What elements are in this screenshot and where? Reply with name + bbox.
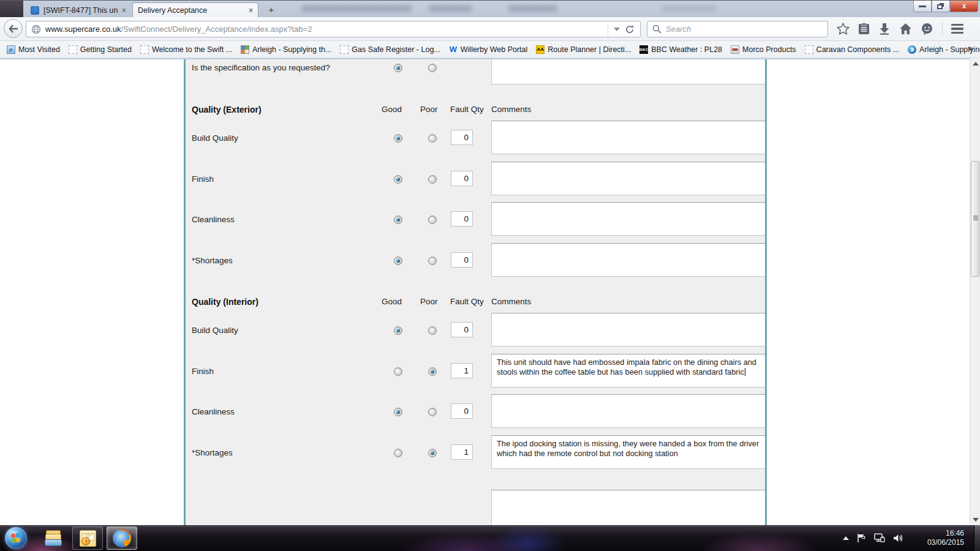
bookmarks-overflow-chevron[interactable]: » <box>968 44 973 53</box>
search-input[interactable]: Search <box>647 21 828 37</box>
bookmark-item[interactable]: ⌕ Most Visited <box>4 44 63 55</box>
vertical-scrollbar[interactable] <box>970 58 980 525</box>
row-label: Build Quality <box>192 133 238 143</box>
good-radio[interactable] <box>394 367 402 376</box>
good-radio[interactable] <box>394 134 402 143</box>
menu-icon[interactable] <box>951 24 963 34</box>
comment-textarea[interactable] <box>491 394 766 428</box>
home-icon[interactable] <box>899 23 912 35</box>
tab-close-icon[interactable]: × <box>122 6 126 15</box>
comment-textarea[interactable]: This unit should have had embossed impal… <box>491 354 766 388</box>
bookmark-star-icon[interactable] <box>837 23 850 35</box>
bookmark-item[interactable]: W Willerby Web Portal <box>446 44 531 55</box>
good-radio[interactable] <box>394 326 402 335</box>
comment-textarea[interactable]: The ipod docking station is missing, the… <box>491 435 766 469</box>
volume-icon[interactable] <box>893 533 903 543</box>
show-hidden-icons-button[interactable] <box>843 536 849 540</box>
back-button[interactable] <box>4 19 23 38</box>
comment-textarea[interactable] <box>491 490 766 525</box>
reading-list-icon[interactable] <box>858 23 870 35</box>
taskbar-explorer-button[interactable] <box>38 527 69 550</box>
good-radio[interactable] <box>394 175 402 184</box>
poor-radio[interactable] <box>428 326 437 335</box>
bookmark-item[interactable]: BBC BBC Weather : PL28 <box>636 44 725 55</box>
poor-radio[interactable] <box>428 64 437 72</box>
network-icon[interactable] <box>874 533 885 543</box>
fault-qty-input[interactable] <box>451 444 473 460</box>
comment-textarea[interactable] <box>491 121 766 154</box>
poor-radio[interactable] <box>428 257 437 265</box>
good-radio[interactable] <box>394 257 402 265</box>
jira-icon <box>31 6 39 15</box>
arleigh-icon <box>241 45 249 54</box>
row-label: Cleanliness <box>192 215 235 224</box>
url-bar[interactable]: www.supercare.co.uk/SwiftConnect/Deliver… <box>26 21 641 37</box>
taskbar-clock[interactable]: 16:46 03/06/2015 <box>911 529 964 547</box>
bookmark-item[interactable]: Morco Products <box>728 44 799 55</box>
taskbar <box>0 525 980 551</box>
bookmark-item[interactable]: AA Route Planner | Directi... <box>533 44 634 55</box>
fault-qty-input[interactable] <box>451 363 473 378</box>
minimize-button[interactable] <box>913 1 932 12</box>
column-header-fault-qty: Fault Qty <box>450 105 484 114</box>
scroll-up-icon[interactable] <box>973 62 979 66</box>
good-radio[interactable] <box>394 216 402 224</box>
fault-qty-input[interactable] <box>451 130 473 145</box>
fault-qty-input[interactable] <box>451 403 473 419</box>
reload-icon[interactable] <box>625 24 635 34</box>
bookmark-item[interactable]: Getting Started <box>66 44 135 55</box>
scrollbar-thumb[interactable] <box>971 161 979 277</box>
fault-qty-input[interactable] <box>451 322 473 337</box>
url-controls <box>608 21 640 37</box>
comment-textarea[interactable] <box>491 59 766 84</box>
toolbar-icons <box>837 22 963 36</box>
downloads-icon[interactable] <box>878 23 891 35</box>
fault-qty-input[interactable] <box>451 211 473 227</box>
bookmark-item[interactable]: Welcome to the Swift ... <box>137 44 235 55</box>
column-header-good: Good <box>382 105 402 114</box>
close-button[interactable]: x <box>950 1 978 12</box>
row-label: Finish <box>192 174 214 184</box>
fault-qty-input[interactable] <box>451 252 473 268</box>
section-title: Quality (Interior) <box>192 297 258 307</box>
poor-radio[interactable] <box>428 216 437 224</box>
scroll-down-icon[interactable] <box>973 518 979 522</box>
section-title: Quality (Exterior) <box>192 105 262 114</box>
fault-qty-input[interactable] <box>451 171 473 186</box>
url-dropdown-icon[interactable] <box>614 28 620 31</box>
column-header-poor: Poor <box>420 297 438 306</box>
comment-textarea[interactable] <box>491 202 766 236</box>
start-button[interactable] <box>5 527 27 549</box>
section-header-row: Quality (Exterior) Good Poor Fault Qty C… <box>186 100 765 121</box>
tab-title: [SWIFT-8477] This unit sho... <box>43 6 118 15</box>
windows-logo-icon <box>11 533 21 544</box>
bookmark-item[interactable]: Gas Safe Register - Log... <box>337 44 443 55</box>
poor-radio[interactable] <box>428 449 437 457</box>
url-text[interactable]: www.supercare.co.uk/SwiftConnect/Deliver… <box>45 24 608 34</box>
restore-button[interactable] <box>932 1 950 12</box>
action-center-flag-icon[interactable] <box>857 533 866 543</box>
navigation-toolbar: www.supercare.co.uk/SwiftConnect/Deliver… <box>0 17 980 41</box>
hello-chat-icon[interactable] <box>921 23 933 35</box>
taskbar-firefox-button[interactable] <box>107 527 137 550</box>
comment-textarea[interactable] <box>491 243 766 277</box>
poor-radio[interactable] <box>428 367 437 376</box>
search-placeholder: Search <box>666 24 691 34</box>
bookmark-item[interactable]: Caravan Components ... <box>802 44 903 55</box>
bookmark-item[interactable]: Arleigh - Supplying th... <box>238 44 334 55</box>
show-desktop-button[interactable] <box>974 525 980 551</box>
poor-radio[interactable] <box>428 134 437 143</box>
glass-ghost-text <box>508 5 557 12</box>
poor-radio[interactable] <box>428 175 437 184</box>
good-radio[interactable] <box>394 408 402 416</box>
comment-textarea[interactable] <box>491 162 766 195</box>
poor-radio[interactable] <box>428 408 437 416</box>
tab-swift-8477[interactable]: [SWIFT-8477] This unit sho... × <box>26 2 131 18</box>
good-radio[interactable] <box>394 449 402 457</box>
taskbar-outlook-button[interactable] <box>72 527 103 550</box>
new-tab-button[interactable]: + <box>266 6 277 15</box>
tab-close-icon[interactable]: × <box>249 6 253 15</box>
tab-delivery-acceptance[interactable]: Delivery Acceptance × <box>132 2 258 18</box>
comment-textarea[interactable] <box>491 313 766 347</box>
good-radio[interactable] <box>394 64 402 72</box>
